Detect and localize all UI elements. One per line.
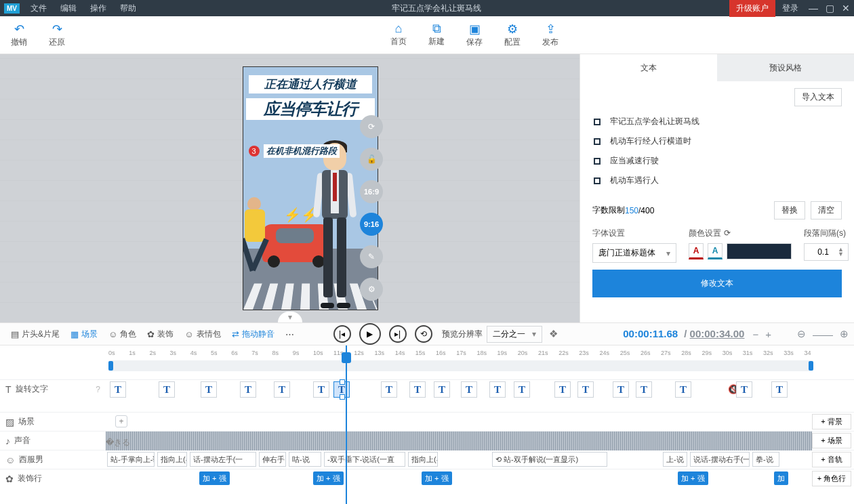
- preview-select[interactable]: 二分之一▾: [487, 326, 542, 343]
- scene-button[interactable]: ▦场景: [65, 329, 103, 340]
- range-handle-right[interactable]: [809, 361, 813, 371]
- text-clip[interactable]: T: [613, 381, 629, 398]
- canvas[interactable]: ⚡⚡ 正在通过人行横道 应当停车让行 3 在机非机混行路段 ⟳ 🔓 16:9 9…: [0, 54, 580, 322]
- deco-clip[interactable]: 加 + 强: [678, 471, 708, 485]
- deco-clip[interactable]: 加: [774, 471, 788, 485]
- menu-file[interactable]: 文件: [24, 3, 54, 14]
- edit-tool[interactable]: ✎: [360, 245, 383, 268]
- settings-tool[interactable]: ⚙: [360, 278, 383, 301]
- layers-icon[interactable]: ❖: [549, 328, 558, 340]
- action-clip[interactable]: -双手垂下-说话(一直: [324, 452, 405, 467]
- deco-clip[interactable]: 加 + 强: [199, 471, 230, 485]
- deco-button[interactable]: ✿装饰: [142, 329, 179, 340]
- text-list[interactable]: 牢记五点学会礼让斑马线 机动车行经人行横道时 应当减速行驶 机动车遇行人: [592, 112, 842, 198]
- home-button[interactable]: ⌂首页: [380, 22, 418, 48]
- action-clip[interactable]: 上-说: [663, 452, 687, 467]
- text-clip[interactable]: T: [381, 381, 397, 398]
- loop-button[interactable]: ⟲: [415, 325, 432, 343]
- zoom-slider[interactable]: ——: [813, 329, 833, 340]
- text-clip[interactable]: T: [636, 381, 652, 398]
- text-item[interactable]: 机动车遇行人: [592, 171, 842, 190]
- replace-button[interactable]: 替换: [774, 201, 805, 219]
- color-swatch[interactable]: [727, 243, 792, 259]
- time-ruler[interactable]: 0s1s2s3s4s5s6s7s8s9s10s11s12s13s14s15s16…: [0, 345, 854, 360]
- text-clip[interactable]: T: [333, 381, 350, 398]
- role-button[interactable]: ☺角色: [103, 329, 142, 340]
- upgrade-button[interactable]: 升级账户: [729, 0, 775, 17]
- prev-frame-button[interactable]: |◂: [333, 325, 351, 343]
- more-button[interactable]: ⋯: [280, 329, 300, 339]
- text-clip[interactable]: T: [771, 381, 788, 398]
- save-button[interactable]: ▣保存: [455, 22, 493, 48]
- action-clip[interactable]: ⟲ 站-双手解说(一直显示): [492, 452, 607, 467]
- dragmute-button[interactable]: ⇄拖动静音: [226, 329, 280, 340]
- text-clip[interactable]: T: [736, 381, 752, 398]
- next-frame-button[interactable]: ▸|: [389, 325, 407, 343]
- text-item[interactable]: 机动车行经人行横道时: [592, 131, 842, 151]
- time-total[interactable]: 00:00:34.00: [690, 328, 745, 339]
- minimize-button[interactable]: —: [805, 3, 821, 14]
- tab-text[interactable]: 文本: [580, 54, 717, 81]
- text-clip[interactable]: T: [554, 381, 571, 398]
- panel-toggle[interactable]: ▾: [278, 312, 302, 322]
- headtail-button[interactable]: ▤片头&片尾: [5, 329, 65, 340]
- action-clip[interactable]: 伸右手: [259, 452, 286, 467]
- gap-stepper[interactable]: 0.1▲▼: [804, 243, 849, 261]
- tab-preset[interactable]: 预设风格: [717, 54, 854, 81]
- text-clip[interactable]: T: [577, 381, 594, 398]
- text-clip[interactable]: T: [159, 381, 175, 398]
- maximize-button[interactable]: ▢: [821, 3, 838, 14]
- config-button[interactable]: ⚙配置: [493, 22, 531, 48]
- zoom-in-icon[interactable]: ⊕: [840, 328, 849, 340]
- text-color-b[interactable]: A: [708, 243, 723, 259]
- text-clip[interactable]: T: [434, 381, 450, 398]
- action-clip[interactable]: 拳-说: [752, 452, 779, 467]
- text-clip[interactable]: T: [514, 381, 530, 398]
- text-item[interactable]: 应当减速行驶: [592, 151, 842, 171]
- range-handle-left[interactable]: [108, 361, 113, 371]
- waveform[interactable]: �きる: [106, 432, 812, 450]
- text-clip[interactable]: T: [240, 381, 256, 398]
- add-bg-button[interactable]: + 背景: [812, 414, 851, 429]
- menu-edit[interactable]: 编辑: [54, 3, 83, 14]
- add-scene-clip[interactable]: +: [115, 415, 127, 427]
- import-text-button[interactable]: 导入文本: [794, 88, 842, 106]
- text-clip[interactable]: T: [489, 381, 506, 398]
- add-role-button[interactable]: + 角色行: [812, 471, 851, 486]
- undo-button[interactable]: ↶撤销: [0, 22, 38, 48]
- refresh-tool[interactable]: ⟳: [360, 115, 383, 138]
- lock-tool[interactable]: 🔓: [360, 148, 383, 171]
- text-clip[interactable]: T: [675, 381, 691, 398]
- redo-button[interactable]: ↷还原: [38, 22, 76, 48]
- apply-text-button[interactable]: 修改文本: [592, 270, 842, 297]
- text-clip[interactable]: T: [461, 381, 477, 398]
- new-button[interactable]: ⧉新建: [418, 22, 455, 48]
- action-clip[interactable]: 指向上(-: [157, 452, 187, 467]
- text-clip[interactable]: T: [409, 381, 426, 398]
- text-clip[interactable]: T: [274, 381, 290, 398]
- zoom-in-time[interactable]: +: [765, 329, 771, 340]
- action-clip[interactable]: 指向上(-: [408, 452, 438, 467]
- font-select[interactable]: 庞门正道标题体▾: [592, 243, 676, 263]
- login-button[interactable]: 登录: [775, 3, 805, 14]
- text-clip[interactable]: T: [201, 381, 217, 398]
- ratio-16-9[interactable]: 16:9: [360, 180, 383, 203]
- text-clip[interactable]: T: [313, 381, 329, 398]
- clear-button[interactable]: 清空: [811, 201, 842, 219]
- menu-action[interactable]: 操作: [83, 3, 113, 14]
- publish-button[interactable]: ⇪发布: [531, 22, 569, 48]
- deco-clip[interactable]: 加 + 强: [313, 471, 344, 485]
- action-clip[interactable]: 说话-摆动右手(一: [690, 452, 750, 467]
- text-item[interactable]: 牢记五点学会礼让斑马线: [592, 112, 842, 131]
- action-clip[interactable]: 站-手掌向上-说话(一直: [107, 452, 155, 467]
- help-icon[interactable]: ?: [96, 385, 100, 394]
- text-clip[interactable]: T: [110, 381, 126, 398]
- add-scene-button[interactable]: + 场景: [812, 433, 851, 448]
- close-button[interactable]: ✕: [838, 3, 854, 14]
- action-clip[interactable]: 咕-说: [289, 452, 321, 467]
- range-bar[interactable]: [108, 360, 813, 371]
- playhead[interactable]: [346, 345, 347, 504]
- emoji-button[interactable]: ☺表情包: [179, 329, 226, 340]
- menu-help[interactable]: 帮助: [113, 3, 143, 14]
- play-button[interactable]: ▶: [359, 323, 381, 345]
